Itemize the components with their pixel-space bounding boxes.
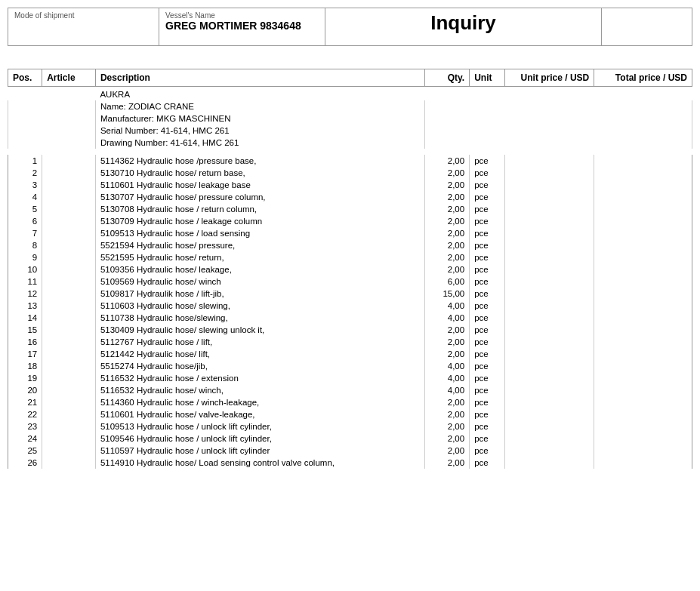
spacer: [8, 149, 692, 155]
cell-pos: 8: [8, 239, 42, 251]
cell-qty: 2,00: [425, 445, 470, 457]
table-row: 65130709 Hydraulic hose / leakage column…: [8, 215, 692, 227]
cell-unit: pce: [470, 445, 505, 457]
cell-total-price: [594, 215, 692, 227]
cell-unit-price: [505, 167, 594, 179]
cell-unit-price: [505, 336, 594, 348]
cell-qty: 2,00: [425, 179, 470, 191]
cell-unit: pce: [470, 300, 505, 312]
header-extra: [602, 8, 692, 46]
cell-pos: 26: [8, 457, 42, 469]
cell-qty: 2,00: [425, 251, 470, 263]
cell-article: [42, 408, 96, 420]
cell-pos: 16: [8, 336, 42, 348]
cell-total-price: [594, 155, 692, 167]
cell-unit-price: [505, 432, 594, 445]
table-row: 35110601 Hydraulic hose/ leakage base2,0…: [8, 179, 692, 191]
cell-description: 5110597 Hydraulic hose / unlock lift cyl…: [95, 445, 424, 457]
cell-pos: 7: [8, 227, 42, 239]
cell-description: 5109569 Hydraulic hose/ winch: [95, 275, 424, 288]
cell-total-price: [594, 445, 692, 457]
cell-total-price: [594, 312, 692, 324]
table-row: 205116532 Hydraulic hose/ winch,4,00pce: [8, 384, 692, 396]
cell-total-price: [594, 251, 692, 263]
cell-unit-price: [505, 215, 594, 227]
cell-unit: pce: [470, 239, 505, 251]
cell-unit: pce: [470, 457, 505, 469]
cell-unit: pce: [470, 215, 505, 227]
cell-pos: 10: [8, 263, 42, 275]
table-row: 175121442 Hydraulic hose/ lift,2,00pce: [8, 348, 692, 360]
table-row: 105109356 Hydraulic hose/ leakage,2,00pc…: [8, 263, 692, 275]
cell-unit: pce: [470, 155, 505, 167]
col-qty: Qty.: [425, 69, 470, 87]
cell-article: [42, 348, 96, 360]
cell-unit-price: [505, 348, 594, 360]
info-line3: Manufacturer: MKG MASCHINEN: [95, 112, 424, 125]
cell-unit: pce: [470, 167, 505, 179]
vessel-name: GREG MORTIMER 9834648: [165, 20, 319, 32]
cell-qty: 4,00: [425, 312, 470, 324]
cell-description: 5109513 Hydraulic hose / load sensing: [95, 227, 424, 239]
cell-unit: pce: [470, 384, 505, 396]
table-row: 155130409 Hydraulic hose/ slewing unlock…: [8, 324, 692, 336]
cell-unit: pce: [470, 336, 505, 348]
cell-qty: 2,00: [425, 396, 470, 408]
cell-description: 5109513 Hydraulic hose / unlock lift cyl…: [95, 420, 424, 432]
table-row: 235109513 Hydraulic hose / unlock lift c…: [8, 420, 692, 432]
cell-total-price: [594, 457, 692, 469]
cell-article: [42, 457, 96, 469]
cell-article: [42, 372, 96, 384]
cell-unit: pce: [470, 179, 505, 191]
cell-description: 5130709 Hydraulic hose / leakage column: [95, 215, 424, 227]
mode-of-shipment-cell: Mode of shipment: [8, 8, 159, 46]
cell-article: [42, 324, 96, 336]
cell-description: 5109817 Hydraulik hose / lift-jib,: [95, 288, 424, 300]
table-row: 85521594 Hydraulic hose/ pressure,2,00pc…: [8, 239, 692, 251]
table-row: 125109817 Hydraulik hose / lift-jib,15,0…: [8, 288, 692, 300]
table-row: 165112767 Hydraulic hose / lift,2,00pce: [8, 336, 692, 348]
cell-qty: 2,00: [425, 408, 470, 420]
table-row: 185515274 Hydraulic hose/jib,4,00pce: [8, 360, 692, 372]
cell-qty: 6,00: [425, 275, 470, 288]
cell-description: 5521595 Hydraulic hose/ return,: [95, 251, 424, 263]
cell-article: [42, 384, 96, 396]
cell-qty: 2,00: [425, 203, 470, 215]
vessel-name-cell: Vessel's Name GREG MORTIMER 9834648: [159, 8, 325, 46]
cell-unit-price: [505, 275, 594, 288]
cell-article: [42, 263, 96, 275]
cell-article: [42, 167, 96, 179]
info-line1: AUKRA: [95, 87, 424, 101]
cell-unit-price: [505, 239, 594, 251]
header-table: Mode of shipment Vessel's Name GREG MORT…: [8, 8, 692, 46]
cell-unit: pce: [470, 263, 505, 275]
cell-unit-price: [505, 445, 594, 457]
cell-description: 5130708 Hydraulic hose / return column,: [95, 203, 424, 215]
col-unit-price: Unit price / USD: [505, 69, 594, 87]
cell-qty: 2,00: [425, 457, 470, 469]
cell-total-price: [594, 432, 692, 445]
cell-pos: 4: [8, 191, 42, 203]
info-line2: Name: ZODIAC CRANE: [95, 100, 424, 112]
cell-pos: 15: [8, 324, 42, 336]
cell-total-price: [594, 396, 692, 408]
cell-pos: 19: [8, 372, 42, 384]
cell-pos: 5: [8, 203, 42, 215]
cell-qty: 2,00: [425, 191, 470, 203]
cell-unit-price: [505, 372, 594, 384]
cell-description: 5521594 Hydraulic hose/ pressure,: [95, 239, 424, 251]
cell-article: [42, 275, 96, 288]
info-row-5: Drawing Number: 41-614, HMC 261: [8, 137, 692, 149]
cell-qty: 2,00: [425, 348, 470, 360]
cell-total-price: [594, 288, 692, 300]
info-row-1: AUKRA: [8, 87, 692, 101]
cell-description: 5110601 Hydraulic hose/ leakage base: [95, 179, 424, 191]
cell-article: [42, 432, 96, 445]
cell-unit: pce: [470, 251, 505, 263]
cell-total-price: [594, 384, 692, 396]
cell-total-price: [594, 239, 692, 251]
cell-pos: 2: [8, 167, 42, 179]
cell-qty: 2,00: [425, 239, 470, 251]
cell-total-price: [594, 420, 692, 432]
cell-pos: 13: [8, 300, 42, 312]
